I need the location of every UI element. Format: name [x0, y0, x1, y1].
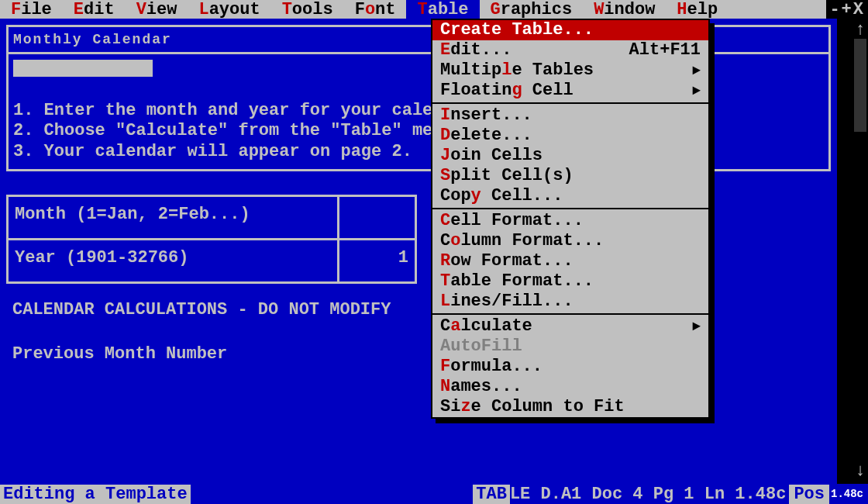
menu-item-lines-fill[interactable]: Lines/Fill... [432, 292, 708, 312]
menu-item-table-format[interactable]: Table Format... [432, 271, 708, 292]
status-pos-value: 1.48c [829, 488, 868, 500]
menu-item-split-cell-s[interactable]: Split Cell(s) [432, 166, 708, 186]
menu-item-label: Table Format... [440, 271, 594, 292]
title-input-field[interactable] [13, 60, 153, 77]
menu-item-insert[interactable]: Insert... [432, 105, 708, 126]
status-pos-label: Pos [789, 485, 829, 504]
table-row: Month (1=Jan, 2=Feb...) [8, 196, 416, 240]
menu-item-label: AutoFill [440, 337, 522, 357]
menu-separator [432, 102, 708, 104]
menu-item-create-table[interactable]: Create Table... [432, 20, 708, 40]
menu-item-label: Edit... [440, 40, 512, 60]
menu-item-copy-cell[interactable]: Copy Cell... [432, 186, 708, 206]
menu-item-label: Row Format... [440, 251, 574, 271]
menu-table[interactable]: Table [406, 0, 479, 19]
menu-item-label: Cell Format... [440, 211, 584, 231]
year-value-cell[interactable]: 1 [339, 240, 416, 283]
menu-item-edit[interactable]: Edit...Alt+F11 [432, 40, 708, 60]
scroll-up-arrow[interactable]: ↑ [854, 20, 866, 40]
menu-item-cell-format[interactable]: Cell Format... [432, 211, 708, 231]
status-tab-indicator: TAB [473, 485, 510, 504]
menu-font[interactable]: Font [344, 0, 407, 19]
status-bar: Editing a Template TAB LE D.A1 Doc 4 Pg … [0, 484, 868, 504]
menubar: FileEditViewLayoutToolsFontTableGraphics… [0, 0, 868, 19]
menu-tools[interactable]: Tools [271, 0, 344, 19]
menu-item-label: Floating Cell [440, 81, 574, 101]
menu-item-multiple-tables[interactable]: Multiple Tables► [432, 60, 708, 81]
menu-item-label: Insert... [440, 105, 532, 126]
menu-item-accelerator: Alt+F11 [629, 40, 701, 60]
menu-item-autofill: AutoFill [432, 337, 708, 357]
input-table: Month (1=Jan, 2=Feb...) Year (1901-32766… [6, 195, 417, 284]
menu-item-column-format[interactable]: Column Format... [432, 231, 708, 251]
menu-item-label: Create Table... [440, 20, 594, 40]
vertical-scrollbar-thumb[interactable] [854, 39, 866, 132]
menu-edit[interactable]: Edit [63, 0, 126, 19]
menu-window[interactable]: Window [583, 0, 666, 19]
menu-item-label: Calculate [440, 316, 532, 337]
menu-layout[interactable]: Layout [188, 0, 270, 19]
menu-item-label: Names... [440, 377, 522, 397]
menu-item-row-format[interactable]: Row Format... [432, 251, 708, 271]
table-menu-dropdown: Create Table...Edit...Alt+F11Multiple Ta… [431, 19, 710, 419]
submenu-arrow-icon: ► [692, 81, 701, 101]
menu-separator [432, 208, 708, 209]
menu-item-calculate[interactable]: Calculate► [432, 316, 708, 337]
month-label-cell: Month (1=Jan, 2=Feb...) [8, 196, 339, 240]
status-mode: Editing a Template [0, 485, 191, 504]
menu-item-label: Size Column to Fit [440, 397, 625, 417]
menu-item-delete[interactable]: Delete... [432, 126, 708, 146]
menu-item-label: Join Cells [440, 146, 542, 166]
submenu-arrow-icon: ► [692, 60, 701, 81]
menu-graphics[interactable]: Graphics [480, 0, 584, 19]
menu-item-floating-cell[interactable]: Floating Cell► [432, 81, 708, 101]
table-row: Year (1901-32766) 1 [8, 240, 416, 283]
menu-separator [432, 313, 708, 315]
menu-item-formula[interactable]: Formula... [432, 357, 708, 377]
menu-item-label: Formula... [440, 357, 542, 377]
menu-view[interactable]: View [126, 0, 188, 19]
menu-item-label: Multiple Tables [440, 60, 594, 81]
menu-help[interactable]: Help [666, 0, 728, 19]
menu-item-label: Split Cell(s) [440, 166, 574, 186]
status-coordinates: LE D.A1 Doc 4 Pg 1 Ln 1.48c [510, 485, 786, 504]
menu-file[interactable]: File [0, 0, 63, 19]
window-controls[interactable]: -+X [826, 0, 868, 19]
submenu-arrow-icon: ► [692, 316, 701, 337]
menu-item-label: Column Format... [440, 231, 604, 251]
month-value-cell[interactable] [339, 196, 416, 240]
menu-item-join-cells[interactable]: Join Cells [432, 146, 708, 166]
document-area: Monthly Calendar 1. Enter the month and … [0, 19, 837, 484]
year-label-cell: Year (1901-32766) [8, 240, 339, 283]
menu-item-label: Copy Cell... [440, 186, 563, 206]
menu-item-size-column-to-fit[interactable]: Size Column to Fit [432, 397, 708, 417]
menu-item-label: Lines/Fill... [440, 292, 574, 312]
menu-item-names[interactable]: Names... [432, 377, 708, 397]
scroll-down-arrow[interactable]: ↓ [854, 461, 866, 481]
menu-item-label: Delete... [440, 126, 532, 146]
